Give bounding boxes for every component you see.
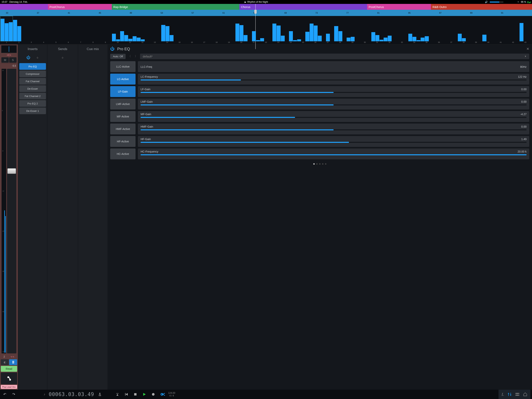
overview-track[interactable] [38,16,50,41]
overview-track[interactable] [310,16,322,41]
overview-track[interactable] [161,16,173,41]
overview-track[interactable] [124,16,136,41]
insert-slot[interactable]: Fat Channel 2 [19,93,46,99]
overview-track[interactable] [371,16,383,41]
arrangement-marker[interactable] [0,4,48,10]
overview-track[interactable] [482,16,494,41]
param-slider[interactable]: MF-Gain-4.27 [138,111,529,122]
add-send-icon[interactable]: + [61,55,64,60]
overview-track[interactable] [334,16,346,41]
overview-track[interactable] [186,16,198,41]
overview-track[interactable] [112,16,124,41]
channel-name[interactable]: Pop Lead Vox [1,385,17,389]
param-toggle[interactable]: HMF-Active [110,123,136,135]
param-toggle[interactable]: LF-Gain [110,86,136,97]
go-to-start-button[interactable] [114,391,120,398]
overview-track[interactable] [507,16,519,41]
insert-slot[interactable]: Compressor [19,71,46,77]
insert-slot[interactable]: De-Esser [19,85,46,92]
preset-selector[interactable]: default* ▼ [140,54,529,59]
overview-track[interactable] [260,16,272,41]
arrangement-markers[interactable]: PostChorusRap BridgeChorusPostChorusR&B … [0,4,532,10]
overview-track[interactable] [396,16,408,41]
param-slider[interactable]: LMF-Gain0.00 [138,99,529,109]
overview-track[interactable] [100,16,112,41]
param-slider[interactable]: LLC-Freq80Hz [138,61,529,72]
fader[interactable] [7,69,16,354]
overview-track[interactable] [211,16,223,41]
rewind-button[interactable] [123,391,129,398]
tempo-display[interactable]: 124.00 4 / 4 [168,392,175,397]
insert-slot[interactable]: Pro EQ [19,63,46,70]
param-toggle[interactable]: LLC-Active [110,61,136,72]
undo-button[interactable]: ↶ [1,391,8,398]
param-toggle[interactable]: LMF-Active [110,99,136,109]
latency-icon[interactable]: L [502,392,504,397]
overview-track[interactable] [384,16,396,41]
overview-track[interactable] [347,16,359,41]
preset-prev-icon[interactable]: 〈 [127,53,132,59]
timeline-ruler[interactable]: 3337414549535761656973778185878991 [0,10,532,16]
monitor-button[interactable]: ◐ [1,359,9,365]
overview-track[interactable] [198,16,210,41]
overview-track[interactable] [519,16,532,41]
solo-button[interactable]: S [9,57,17,63]
stop-button[interactable] [132,391,139,398]
metronome-button[interactable] [97,391,103,398]
overview-track[interactable] [297,16,309,41]
fader-handle[interactable] [7,168,16,174]
grid-view-icon[interactable] [515,392,519,396]
arrangement-marker[interactable]: Rap Bridge [112,4,240,10]
overview-track[interactable] [408,16,420,41]
overview-track[interactable] [174,16,186,41]
arrangement-marker[interactable]: Chorus [239,4,367,10]
insert-slot[interactable]: Fat Channel [19,78,46,84]
redo-button[interactable]: ↷ [11,391,17,398]
plugin-power-icon[interactable]: ⏻ [110,46,114,51]
overview-track[interactable] [137,16,149,41]
insert-slot[interactable]: De-Esser 1 [19,108,46,114]
preset-next-icon[interactable]: 〉 [133,53,139,59]
pan-display[interactable] [1,45,17,53]
overview-track[interactable] [0,16,13,41]
record-button[interactable] [150,391,156,398]
input-type[interactable] [1,373,17,384]
overview-track[interactable] [75,16,87,41]
param-slider[interactable]: HC-Frequency20.00 k [138,148,529,159]
overview-track[interactable] [285,16,297,41]
add-insert-icon[interactable]: + [36,55,39,60]
param-toggle[interactable]: HF-Active [110,136,136,147]
overview-track[interactable] [50,16,62,41]
arrangement-marker[interactable]: R&B Outro [431,4,532,10]
overview-track[interactable] [458,16,470,41]
overview-track[interactable] [235,16,247,41]
overview-track[interactable] [248,16,260,41]
overview-track[interactable] [149,16,161,41]
inserts-power-icon[interactable]: ⏻ [26,55,30,60]
play-button[interactable] [141,391,147,398]
record-arm-button[interactable] [9,359,17,365]
insert-slot[interactable]: Pro EQ 2 [19,100,46,107]
overview-track[interactable] [25,16,38,41]
overview-track[interactable] [272,16,285,41]
track-overview[interactable] [0,16,532,41]
close-icon[interactable]: ✕ [526,47,529,51]
overview-track[interactable] [13,16,25,41]
automation-mode-pill[interactable]: Auto: Off [110,54,126,59]
param-toggle[interactable]: LC-Active [110,74,136,84]
arrangement-marker[interactable]: PostChorus [367,4,431,10]
overview-track[interactable] [359,16,371,41]
param-slider[interactable]: HF-Gain1.49 [138,136,529,147]
loop-button[interactable] [159,391,165,398]
mute-button[interactable]: M [1,57,9,63]
param-slider[interactable]: LC-Frequency122 Hz [138,74,529,84]
overview-track[interactable] [445,16,457,41]
overview-track[interactable] [421,16,433,41]
overview-track[interactable] [470,16,482,41]
overview-track[interactable] [433,16,445,41]
overview-track[interactable] [495,16,507,41]
mixer-settings-icon[interactable] [507,392,512,396]
automation-mode-button[interactable]: Read [1,366,17,372]
waveform-icon[interactable]: ∿∿ [11,355,14,358]
overview-track[interactable] [63,16,75,41]
